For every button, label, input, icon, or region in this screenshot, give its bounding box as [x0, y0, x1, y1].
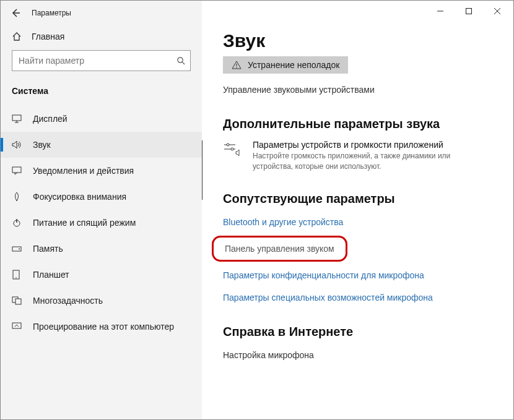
power-icon — [12, 218, 23, 228]
related-link-bluetooth[interactable]: Bluetooth и другие устройства — [223, 215, 496, 229]
svg-rect-3 — [12, 115, 21, 121]
app-volume-title: Параметры устройств и громкости приложен… — [253, 140, 488, 150]
sidebar-item-label: Фокусировка внимания — [33, 192, 126, 202]
sidebar-item-tablet[interactable]: Планшет — [1, 262, 202, 288]
svg-point-23 — [227, 144, 229, 146]
troubleshoot-label: Устранение неполадок — [248, 60, 339, 70]
warning-icon — [232, 61, 242, 69]
svg-point-12 — [15, 277, 17, 278]
sidebar-item-label: Многозадачность — [33, 296, 103, 306]
window-title: Параметры — [32, 9, 71, 17]
svg-line-2 — [182, 62, 185, 64]
svg-point-1 — [178, 58, 183, 62]
svg-point-25 — [231, 148, 233, 150]
notify-icon — [12, 166, 23, 175]
sound-icon — [12, 140, 23, 149]
help-section-title: Справка в Интернете — [223, 325, 496, 339]
related-section-title: Сопутствующие параметры — [223, 192, 496, 206]
svg-rect-15 — [12, 323, 21, 328]
home-icon — [12, 32, 23, 41]
display-icon — [12, 114, 23, 123]
search-icon — [176, 56, 185, 65]
svg-point-10 — [19, 249, 20, 250]
sidebar-item-projecting[interactable]: Проецирование на этот компьютер — [1, 314, 202, 340]
sliders-icon — [223, 140, 242, 157]
sidebar-nav: Дисплей Звук Уведомления и действия Фоку… — [1, 106, 202, 419]
sidebar-item-storage[interactable]: Память — [1, 236, 202, 262]
minimize-button[interactable] — [426, 1, 455, 21]
related-link-sound-panel[interactable]: Панель управления звуком — [225, 241, 334, 256]
project-icon — [12, 322, 23, 331]
search-input[interactable] — [19, 56, 176, 66]
sidebar-item-label: Планшет — [33, 270, 69, 280]
sidebar-item-notifications[interactable]: Уведомления и действия — [1, 158, 202, 184]
svg-rect-17 — [466, 9, 472, 14]
sidebar-item-power[interactable]: Питание и спящий режим — [1, 210, 202, 236]
category-title: Система — [1, 82, 202, 106]
sidebar-item-focus[interactable]: Фокусировка внимания — [1, 184, 202, 210]
sidebar-item-display[interactable]: Дисплей — [1, 106, 202, 132]
close-button[interactable] — [483, 1, 512, 21]
manage-devices-link[interactable]: Управление звуковыми устройствами — [223, 82, 496, 97]
sidebar-item-label: Проецирование на этот компьютер — [33, 322, 174, 332]
sidebar-item-label: Дисплей — [33, 114, 68, 124]
focus-icon — [12, 192, 23, 202]
troubleshoot-button[interactable]: Устранение неполадок — [223, 56, 348, 74]
advanced-section-title: Дополнительные параметры звука — [223, 117, 496, 131]
storage-icon — [12, 244, 23, 253]
back-button[interactable] — [11, 8, 20, 18]
app-volume-desc: Настройте громкость приложений, а также … — [253, 151, 488, 172]
svg-point-21 — [236, 67, 237, 68]
related-link-mic-access[interactable]: Параметры специальных возможностей микро… — [223, 290, 496, 305]
home-link[interactable]: Главная — [1, 25, 202, 50]
sidebar-item-label: Уведомления и действия — [33, 166, 134, 176]
svg-rect-6 — [12, 167, 21, 173]
sidebar-item-sound[interactable]: Звук — [1, 132, 202, 158]
scroll-indicator — [202, 140, 203, 200]
search-box[interactable] — [12, 50, 191, 71]
sidebar-item-label: Память — [33, 244, 63, 254]
highlight-annotation: Панель управления звуком — [212, 236, 347, 262]
app-volume-row[interactable]: Параметры устройств и громкости приложен… — [223, 140, 496, 172]
tablet-icon — [12, 270, 23, 280]
svg-rect-14 — [15, 299, 21, 304]
page-title: Звук — [223, 30, 496, 51]
sidebar-item-label: Питание и спящий режим — [33, 218, 136, 228]
help-link-mic[interactable]: Настройка микрофона — [223, 348, 496, 362]
home-label: Главная — [32, 32, 64, 41]
sidebar-item-label: Звук — [33, 140, 51, 150]
related-link-mic-privacy[interactable]: Параметры конфиденциальности для микрофо… — [223, 268, 496, 283]
multitask-icon — [12, 296, 23, 305]
main-content: Звук Устранение неполадок Управление зву… — [202, 1, 513, 419]
maximize-button[interactable] — [455, 1, 483, 21]
sidebar-item-multitasking[interactable]: Многозадачность — [1, 288, 202, 314]
